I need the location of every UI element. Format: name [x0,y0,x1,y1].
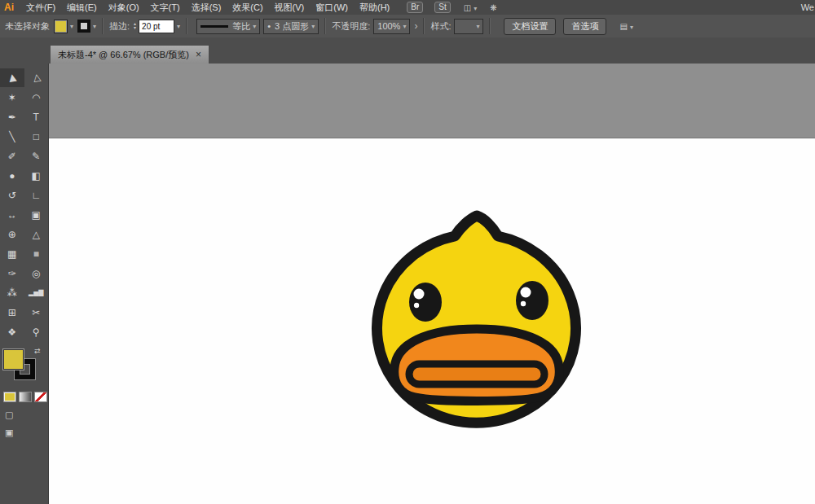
pencil-tool[interactable]: ✎ [24,147,49,165]
stroke-width-stepper[interactable]: ▴ ▾ ▾ [134,20,180,33]
column-graph-tool[interactable]: ▂▅▇ [24,283,49,302]
type-tool-icon: T [33,112,39,123]
fill-color-picker[interactable]: ▾ [54,20,73,33]
fill-stroke-swatches: ⇄ [0,346,48,385]
eyedropper-tool-icon: ✑ [8,268,16,279]
rotate-tool-icon: ↺ [8,190,16,201]
gradient-button[interactable] [19,392,32,402]
selection-status-label: 未选择对象 [5,20,50,33]
lasso-tool[interactable]: ◠ [24,88,49,107]
document-tab-title: 未标题-4* @ 66.67% (RGB/预览) [58,49,189,61]
paintbrush-tool[interactable]: ✐ [0,147,24,165]
eyedropper-tool[interactable]: ✑ [0,264,24,283]
workspace-label[interactable]: We [801,2,815,12]
magic-wand-tool-icon: ✶ [8,92,16,103]
menu-edit[interactable]: 编辑(E) [61,2,103,14]
panel-options-icon[interactable]: ▤▾ [619,22,632,31]
menu-type[interactable]: 文字(T) [145,2,186,14]
width-tool-icon: ↔ [7,209,17,221]
rectangle-tool[interactable]: □ [24,127,49,146]
mesh-tool[interactable]: ▦ [0,244,24,263]
direct-selection-tool[interactable]: ▷ [24,68,49,87]
stroke-width-input[interactable] [139,20,174,33]
perspective-grid-tool-icon: △ [33,229,40,240]
app-bar-misc-icon[interactable]: ❋ [490,3,496,12]
control-bar: 未选择对象 ▾ ▾ 描边: ▴ ▾ ▾ 等比 ▾ • 3 点圆形 ▾ [0,15,815,38]
pasteboard[interactable] [49,64,815,504]
blend-tool[interactable]: ◎ [24,264,49,283]
type-tool[interactable]: T [24,107,49,126]
line-segment-tool[interactable]: ╲ [0,127,24,146]
color-mode-buttons [0,385,48,402]
slice-tool[interactable]: ✂ [24,303,49,322]
menu-view[interactable]: 视图(V) [269,2,311,14]
perspective-grid-tool[interactable]: △ [24,225,49,243]
symbol-sprayer-tool[interactable]: ⁂ [0,283,24,302]
stepper-down-icon[interactable]: ▾ [134,26,136,30]
document-setup-button[interactable]: 文档设置 [504,18,556,35]
menu-effect[interactable]: 效果(C) [227,2,268,14]
none-button[interactable] [34,392,47,402]
selection-tool-icon: ▶ [6,73,18,83]
color-button[interactable] [3,392,16,402]
chevron-down-icon: ▾ [177,23,180,30]
width-profile-dropdown[interactable]: 等比 ▾ [196,19,260,34]
rectangle-tool-icon: □ [33,131,39,142]
brush-dropdown[interactable]: • 3 点圆形 ▾ [263,19,319,34]
screen-mode-icon: ▣ [5,427,13,437]
free-transform-tool[interactable]: ▣ [24,205,49,224]
tools-panel: ▶ ▷ ✶ ◠ ✒ T ╲ □ ✐ ✎ ● ◧ ↺ ∟ ↔ ▣ ⊕ △ ▦ ■ … [0,64,49,504]
zoom-tool[interactable]: ⚲ [24,322,49,341]
fill-swatch[interactable] [2,348,24,370]
width-tool[interactable]: ↔ [0,205,24,224]
scale-tool[interactable]: ∟ [24,186,49,204]
menu-help[interactable]: 帮助(H) [354,2,395,14]
stepper-icon[interactable]: ▴ ▾ [134,22,136,30]
selection-tool[interactable]: ▶ [0,68,24,87]
bridge-button[interactable]: Br [407,2,423,13]
chevron-down-icon: ▾ [93,23,96,30]
blob-brush-tool[interactable]: ● [0,166,24,185]
pen-tool[interactable]: ✒ [0,107,24,126]
duck-artwork[interactable] [365,210,589,442]
separator [423,18,425,34]
eraser-tool[interactable]: ◧ [24,166,49,185]
menu-object[interactable]: 对象(O) [103,2,145,14]
opacity-dropdown[interactable]: 100% ▾ [373,19,410,34]
duck-left-eye-highlight [414,289,425,300]
hand-tool[interactable]: ❖ [0,322,24,341]
pencil-tool-icon: ✎ [32,151,40,162]
style-dropdown[interactable]: ▾ [454,19,483,34]
tab-close-icon[interactable]: × [196,50,201,59]
overflow-chevron-icon[interactable]: › [414,20,417,32]
shape-builder-tool[interactable]: ⊕ [0,225,24,243]
document-tab-strip: 未标题-4* @ 66.67% (RGB/预览) × [0,37,815,64]
chevron-down-icon: ▾ [474,5,477,12]
stroke-color-picker[interactable]: ▾ [77,20,96,33]
chevron-down-icon: ▾ [253,23,256,30]
swap-fill-stroke-icon[interactable]: ⇄ [34,347,41,355]
stock-button[interactable]: St [434,2,450,13]
rotate-tool[interactable]: ↺ [0,186,24,204]
document-tab[interactable]: 未标题-4* @ 66.67% (RGB/预览) × [51,46,209,64]
screen-mode-button[interactable]: ▣ [0,420,48,438]
app-logo: Ai [0,2,20,13]
gradient-tool[interactable]: ■ [24,244,49,263]
column-graph-tool-icon: ▂▅▇ [29,289,43,296]
menu-select[interactable]: 选择(S) [186,2,227,14]
artboard-tool[interactable]: ⊞ [0,303,24,322]
duck-mouth-slot [409,364,544,384]
magic-wand-tool[interactable]: ✶ [0,88,24,107]
profile-label: 等比 [232,20,250,33]
drawing-mode-icon: ▢ [5,410,13,419]
duck-left-eye-highlight-small [414,303,419,308]
menu-window[interactable]: 窗口(W) [310,2,354,14]
menu-file[interactable]: 文件(F) [20,2,61,14]
arrange-documents-icon[interactable]: ◫▾ [464,3,477,12]
slice-tool-icon: ✂ [32,307,40,318]
pen-tool-icon: ✒ [8,112,16,123]
preferences-button[interactable]: 首选项 [563,18,606,35]
chevron-down-icon: ▾ [630,24,633,31]
chevron-down-icon: ▾ [70,23,73,30]
drawing-mode-button[interactable]: ▢ [0,402,48,420]
